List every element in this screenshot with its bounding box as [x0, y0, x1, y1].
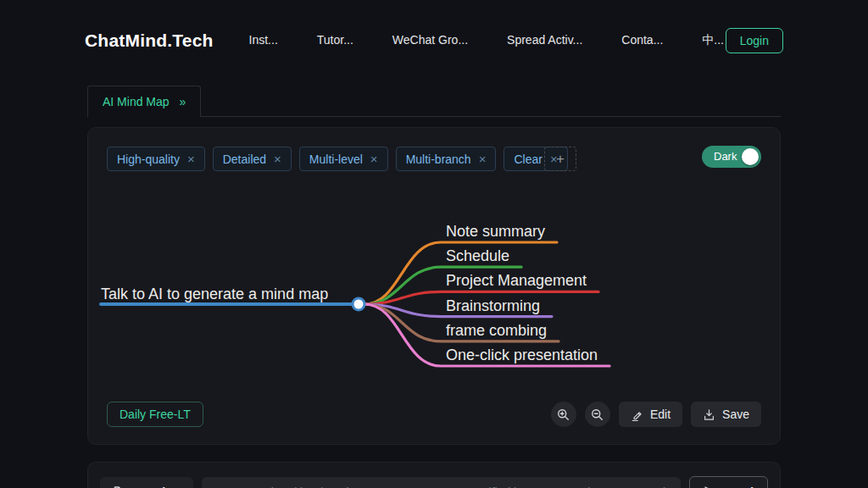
filter-tag-label: Detailed [223, 152, 266, 166]
navbar: ChatMind.Tech Inst...Tutor...WeChat Gro.… [0, 0, 868, 81]
branch-label: Project Management [446, 272, 587, 289]
filter-tag-label: Multi-branch [406, 152, 471, 166]
dark-mode-toggle[interactable]: Dark [702, 146, 761, 168]
brand-logo[interactable]: ChatMind.Tech [85, 30, 214, 51]
branch-label: Brainstorming [446, 297, 540, 314]
branch-label: Note summary [446, 223, 545, 240]
nav-item[interactable]: WeChat Gro... [392, 33, 468, 48]
pencil-icon [631, 408, 643, 421]
zoom-out-icon [590, 408, 604, 422]
double-chevron-right-icon[interactable]: » [180, 95, 186, 108]
tag-list: High-quality×Detailed×Multi-level×Multi-… [107, 147, 568, 171]
canvas-actions: Edit Save [551, 402, 761, 427]
nav-item[interactable]: Inst... [249, 33, 278, 48]
remove-tag-icon[interactable]: × [187, 152, 195, 166]
tab-label: AI Mind Map [103, 95, 170, 108]
root-node [353, 298, 364, 310]
remove-tag-icon[interactable]: × [370, 152, 378, 166]
template-document-icon [111, 485, 125, 488]
filter-tag-label: Multi-level [309, 152, 363, 166]
filter-tag-label: High-quality [117, 152, 180, 166]
prompt-input[interactable] [202, 477, 680, 488]
zoom-in-icon [556, 408, 570, 422]
save-button[interactable]: Save [691, 402, 761, 427]
toggle-label: Dark [714, 150, 737, 163]
remove-tag-icon[interactable]: × [274, 152, 281, 166]
nav-item[interactable]: Spread Activ... [507, 33, 582, 48]
send-button[interactable]: Send [689, 476, 768, 488]
plan-badge: Daily Free-LT [107, 402, 203, 427]
save-icon [703, 408, 715, 421]
branch-label: frame combing [446, 322, 547, 339]
prompt-composer: Template Send [87, 462, 781, 488]
filter-tag[interactable]: Multi-branch× [396, 147, 497, 171]
login-button[interactable]: Login [726, 28, 783, 53]
root-label: Talk to AI to generate a mind map [101, 286, 328, 302]
branch-label: One-click presentation [446, 347, 598, 363]
mindmap-panel: High-quality×Detailed×Multi-level×Multi-… [87, 127, 781, 445]
paper-plane-icon [704, 485, 717, 488]
zoom-out-button[interactable] [585, 402, 610, 427]
nav-item[interactable]: 中... [702, 33, 724, 48]
tab-bar-divider [201, 86, 781, 117]
toggle-knob[interactable] [742, 148, 759, 165]
filter-tag[interactable]: Multi-level× [299, 147, 388, 171]
nav-items: Inst...Tutor...WeChat Gro...Spread Activ… [249, 33, 724, 48]
mindmap-svg[interactable]: Talk to AI to generate a mind mapNote su… [88, 128, 782, 446]
nav-item[interactable]: Tutor... [317, 33, 353, 48]
branch-label: Schedule [446, 247, 509, 264]
nav-item[interactable]: Conta... [621, 33, 663, 48]
send-label: Send [725, 485, 754, 488]
zoom-in-button[interactable] [551, 402, 576, 427]
filter-tag[interactable]: High-quality× [107, 147, 205, 171]
template-button[interactable]: Template [100, 477, 193, 488]
tab-bar: AI Mind Map » [87, 86, 781, 117]
template-label: Template [131, 485, 182, 488]
edit-button[interactable]: Edit [619, 402, 682, 427]
filter-tag[interactable]: Detailed× [213, 147, 292, 171]
edit-label: Edit [650, 408, 670, 421]
filter-tag-label: Clear [514, 152, 542, 166]
remove-tag-icon[interactable]: × [479, 152, 487, 166]
tab-ai-mind-map[interactable]: AI Mind Map » [87, 86, 201, 117]
save-label: Save [722, 408, 749, 421]
add-tag-button[interactable]: + [544, 147, 576, 171]
